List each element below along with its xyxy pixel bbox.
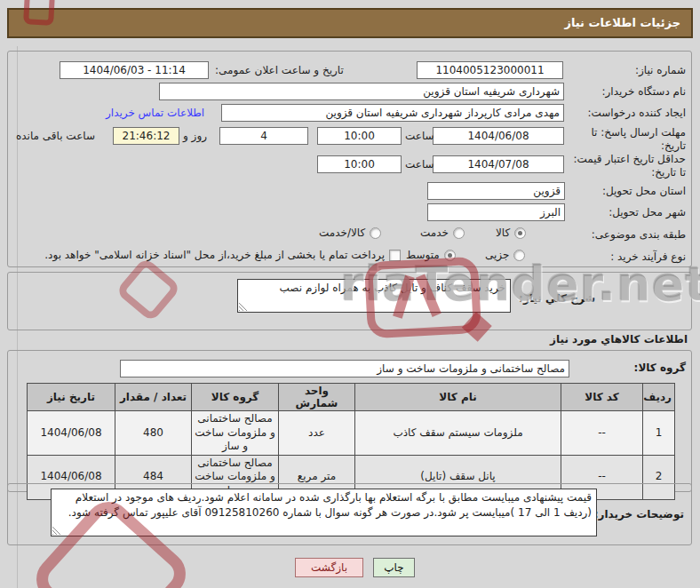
- col-header-quantity: تعداد / مقدار: [115, 384, 192, 411]
- buyer-contact-link[interactable]: اطلاعات تماس خریدار: [106, 107, 204, 119]
- need-number-field[interactable]: 1104005123000011: [417, 61, 563, 79]
- buyer-notes-textarea[interactable]: قیمت پیشنهادی میبایست مطابق با برگه استع…: [51, 489, 597, 536]
- price-validity-date-field[interactable]: 1404/07/08: [433, 155, 564, 173]
- goods-group-field[interactable]: مصالح ساختمانی و ملزومات ساخت و ساز: [120, 360, 569, 377]
- announce-datetime-label: تاریخ و ساعت اعلان عمومی:: [215, 64, 344, 76]
- purchase-process-label: نوع فرآیند خرید :: [610, 250, 686, 263]
- goods-section-header: اطلاعات کالاهاي مورد نیاز: [550, 333, 688, 346]
- time-remaining-label: ساعت باقی مانده: [16, 130, 95, 142]
- general-description-textarea[interactable]: خرید سقف کناف و تایل کاذب به همراه لوازم…: [237, 279, 511, 313]
- radio-option-goods[interactable]: کالا: [496, 226, 526, 239]
- radio-icon[interactable]: [370, 227, 381, 239]
- radio-label: جزیی: [485, 249, 509, 261]
- col-header-row-no: ردیف: [643, 384, 675, 411]
- delivery-city-field[interactable]: البرز: [427, 203, 565, 221]
- radio-label: متوسط: [406, 249, 440, 261]
- radio-label: کالا/خدمت: [319, 226, 365, 239]
- cell-quantity: 480: [115, 411, 192, 456]
- creator-label: ایجاد کننده درخواست:: [587, 107, 686, 119]
- radio-option-medium[interactable]: متوسط: [406, 249, 456, 261]
- goods-groupbox: گروه کالا: مصالح ساختمانی و ملزومات ساخت…: [7, 350, 692, 492]
- col-header-item-code: کد کالا: [561, 384, 643, 411]
- radio-option-service[interactable]: خدمت: [420, 226, 465, 239]
- radio-icon[interactable]: [444, 250, 456, 261]
- treasury-checkbox-row[interactable]: پرداخت تمام یا بخشی از مبلغ خرید،از محل …: [20, 249, 401, 261]
- response-deadline-label: مهلت ارسال پاسخ: تا تاریخ:: [579, 126, 686, 153]
- cell-item-code: --: [561, 411, 643, 456]
- cell-item-name: ملزومات سیستم سقف کاذب: [355, 411, 561, 456]
- delivery-city-label: شهر محل تحویل:: [609, 206, 686, 219]
- validity-hour-label: ساعت: [405, 158, 434, 171]
- buyer-notes-value: قیمت پیشنهادی میبایست مطابق با برگه استع…: [68, 491, 592, 519]
- cell-row-no: 1: [643, 411, 675, 456]
- goods-table: ردیف کد کالا نام کالا واحد شمارش گروه کا…: [27, 383, 675, 500]
- days-and-label: روز و: [183, 130, 207, 142]
- buyer-org-label: نام دستگاه خریدار:: [602, 85, 687, 98]
- radio-icon[interactable]: [453, 227, 465, 239]
- need-number-label: شماره نیاز:: [635, 64, 686, 76]
- resize-handle-icon[interactable]: [52, 526, 61, 535]
- page-title: جزئیات اطلاعات نیاز: [7, 8, 693, 38]
- goods-table-header-row: ردیف کد کالا نام کالا واحد شمارش گروه کا…: [28, 384, 675, 411]
- creator-field[interactable]: مهدی مرادی کارپرداز شهرداری شریفیه استان…: [221, 104, 564, 122]
- general-description-groupbox: شرح کلي نیاز: خرید سقف کناف و تایل کاذب …: [7, 272, 692, 330]
- back-button[interactable]: بازگشت: [295, 558, 363, 577]
- need-info-groupbox: شماره نیاز: 1104005123000011 تاریخ و ساع…: [7, 51, 692, 267]
- delivery-province-field[interactable]: قزوین: [427, 182, 565, 200]
- radio-option-goods-service[interactable]: کالا/خدمت: [319, 226, 381, 239]
- resize-handle-icon[interactable]: [239, 302, 248, 311]
- general-description-value: خرید سقف کناف و تایل کاذب به همراه لوازم…: [280, 282, 505, 294]
- goods-group-label: گروه کالا:: [634, 362, 686, 374]
- response-deadline-time-field[interactable]: 10:00: [317, 127, 402, 145]
- print-button[interactable]: چاپ: [373, 558, 415, 577]
- deadline-hour-label: ساعت: [405, 130, 434, 142]
- general-description-label: شرح کلي نیاز:: [519, 292, 595, 305]
- radio-icon[interactable]: [513, 250, 525, 261]
- col-header-item-name: نام کالا: [355, 384, 561, 411]
- radio-icon[interactable]: [514, 227, 526, 239]
- time-remaining-field: 21:46:12: [113, 127, 179, 145]
- need-details-page: جزئیات اطلاعات نیاز شماره نیاز: 11040051…: [0, 0, 700, 588]
- response-deadline-date-field[interactable]: 1404/06/08: [433, 127, 564, 145]
- buyer-notes-groupbox: توضیحات خریدار: قیمت پیشنهادی میبایست مط…: [7, 483, 692, 545]
- announce-datetime-field[interactable]: 1404/06/03 - 11:14: [60, 61, 209, 79]
- radio-label: خدمت: [420, 226, 449, 239]
- price-validity-time-field[interactable]: 10:00: [317, 155, 402, 173]
- radio-label: کالا: [496, 226, 510, 239]
- buyer-notes-label: توضیحات خریدار:: [594, 508, 684, 520]
- delivery-province-label: استان محل تحویل:: [602, 185, 686, 197]
- col-header-need-date: تاریخ نیاز: [28, 384, 115, 411]
- buyer-org-field[interactable]: شهرداری شریفیه استان قزوین: [159, 83, 564, 100]
- radio-option-partial[interactable]: جزیی: [485, 249, 525, 261]
- days-remaining-field[interactable]: 4: [219, 127, 308, 145]
- checkbox-icon[interactable]: [389, 250, 401, 261]
- cell-group: مصالح ساختمانی و ملزومات ساخت و ساز: [192, 411, 279, 456]
- subject-classification-label: طبقه بندی موضوعی:: [592, 228, 686, 241]
- col-header-group: گروه کالا: [192, 384, 279, 411]
- treasury-checkbox-label: پرداخت تمام یا بخشی از مبلغ خرید،از محل …: [44, 249, 385, 261]
- table-row: 1 -- ملزومات سیستم سقف کاذب عدد مصالح سا…: [28, 411, 675, 456]
- cell-need-date: 1404/06/08: [28, 411, 115, 456]
- price-validity-label: حداقل تاریخ اعتبار قیمت: تا تاریخ:: [566, 153, 686, 179]
- col-header-unit: واحد شمارش: [279, 384, 355, 411]
- cell-unit: عدد: [279, 411, 355, 456]
